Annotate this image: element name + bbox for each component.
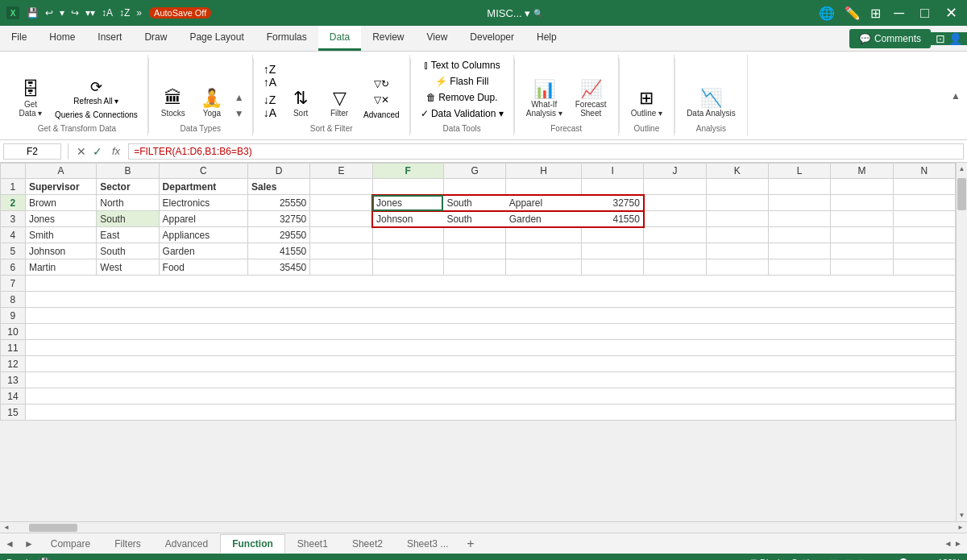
cell-m3[interactable] [831,211,893,227]
col-header-b[interactable]: B [97,164,159,179]
add-sheet-btn[interactable]: + [460,533,480,554]
search-icon[interactable]: 🔍 [533,9,543,18]
cell-j1[interactable] [644,179,706,195]
cell-h6[interactable] [506,259,582,276]
row-header-9[interactable]: 9 [1,308,26,324]
tab-help[interactable]: Help [525,26,568,51]
cell-f3[interactable]: Johnson [372,211,443,227]
cell-d3[interactable]: 32750 [248,211,310,227]
za-sort-btn[interactable]: ↕Z [117,6,132,20]
share-btn[interactable]: ⊡ [936,32,945,45]
cancel-formula-btn[interactable]: ✕ [75,143,88,160]
cell-d4[interactable]: 29550 [248,227,310,243]
sort-az-btn[interactable]: ↑Z↑A [260,61,280,90]
horizontal-scrollbar[interactable]: ◄ ► [0,521,967,533]
cell-j6[interactable] [644,259,706,276]
cell-m6[interactable] [831,259,893,276]
h-scroll-track[interactable] [13,522,954,533]
cell-e3[interactable] [310,211,372,227]
cell-a3[interactable]: Jones [25,211,96,227]
cell-m1[interactable] [831,179,893,195]
cell-i5[interactable] [582,243,644,259]
cell-d2[interactable]: 25550 [248,195,310,211]
flash-fill-btn[interactable]: ⚡ Flash Fill [417,74,507,89]
maximize-btn[interactable]: □ [917,4,932,22]
cell-g4[interactable] [443,227,505,243]
scroll-right-arrow[interactable]: ► [954,524,967,531]
advanced-btn[interactable]: Advanced [360,109,402,121]
row-header-3[interactable]: 3 [1,211,26,227]
cell-k4[interactable] [706,227,768,243]
cell-f4[interactable] [372,227,443,243]
sheet-tab-filters[interactable]: Filters [102,534,153,553]
row-header-8[interactable]: 8 [1,292,26,308]
spreadsheet-area[interactable]: A B C D E F G H I J K L M N [0,163,956,521]
redo-btn[interactable]: ↪ [68,6,81,20]
cell-g2[interactable]: South [443,195,505,211]
cell-f6[interactable] [372,259,443,276]
col-header-h[interactable]: H [506,164,582,179]
sheet-nav-next[interactable]: ► [19,535,39,553]
cell-k6[interactable] [706,259,768,276]
tab-formulas[interactable]: Formulas [255,26,318,51]
scroll-up-icon[interactable]: ▲ [233,90,246,105]
row-header-12[interactable]: 12 [1,356,26,372]
cell-k3[interactable] [706,211,768,227]
data-analysis-btn[interactable]: 📉 Data Analysis [682,86,741,121]
cell-b2[interactable]: North [97,195,159,211]
col-header-i[interactable]: I [582,164,644,179]
cell-n2[interactable] [893,195,955,211]
col-header-m[interactable]: M [831,164,893,179]
tab-file[interactable]: File [0,26,38,51]
cell-c3[interactable]: Apparel [159,211,247,227]
insert-function-btn[interactable]: fx [107,143,125,159]
cell-b5[interactable]: South [97,243,159,259]
more-quick-btn[interactable]: ▾▾ [83,6,98,20]
col-header-e[interactable]: E [310,164,372,179]
window-mode-icon[interactable]: ⊞ [870,6,881,21]
cell-d6[interactable]: 35450 [248,259,310,276]
cell-e4[interactable] [310,227,372,243]
confirm-formula-btn[interactable]: ✓ [91,143,104,160]
cell-d1[interactable]: Sales [248,179,310,195]
scroll-down-icon[interactable]: ▼ [233,106,246,121]
reapply-btn[interactable]: ▽↻ [371,77,392,91]
cell-f5[interactable] [372,243,443,259]
row-header-14[interactable]: 14 [1,388,26,404]
data-valid-btn[interactable]: ✓ Data Validation ▾ [417,106,507,121]
cell-h2[interactable]: Apparel [506,195,582,211]
yoga-btn[interactable]: 🧘 Yoga [194,86,230,121]
cell-e5[interactable] [310,243,372,259]
tab-draw[interactable]: Draw [133,26,178,51]
cell-h4[interactable] [506,227,582,243]
cell-n5[interactable] [893,243,955,259]
row-header-15[interactable]: 15 [1,404,26,421]
scroll-indicator[interactable]: ◄ ► [944,539,962,548]
forecast-sheet-btn[interactable]: 📈 ForecastSheet [571,77,612,121]
tab-page-layout[interactable]: Page Layout [178,26,255,51]
cell-b1[interactable]: Sector [97,179,159,195]
tab-data[interactable]: Data [318,26,361,51]
more-commands[interactable]: » [134,6,144,20]
view-pagebreak-icon[interactable]: ⊡ [845,558,852,561]
az-sort-btn[interactable]: ↕A [99,6,115,20]
cell-c1[interactable]: Department [159,179,247,195]
row-header-4[interactable]: 4 [1,227,26,243]
view-normal-icon[interactable]: ▣ [830,558,838,561]
col-header-j[interactable]: J [644,164,706,179]
cell-m4[interactable] [831,227,893,243]
cell-d5[interactable]: 41550 [248,243,310,259]
pen-icon[interactable]: ✏️ [845,6,861,21]
cell-g1[interactable] [443,179,505,195]
sheet-tab-sheet1[interactable]: Sheet1 [285,534,340,553]
scroll-up-arrow[interactable]: ▲ [957,163,967,175]
cell-n1[interactable] [893,179,955,195]
cell-h1[interactable] [506,179,582,195]
globe-icon[interactable]: 🌐 [819,6,835,21]
clear-btn[interactable]: ▽✕ [371,93,392,107]
save-quick-btn[interactable]: 💾 [24,6,41,20]
what-if-btn[interactable]: 📊 What-IfAnalysis ▾ [521,77,567,121]
formula-input[interactable] [128,143,964,160]
sheet-tab-function[interactable]: Function [220,534,285,554]
cell-ref-input[interactable] [3,143,61,160]
